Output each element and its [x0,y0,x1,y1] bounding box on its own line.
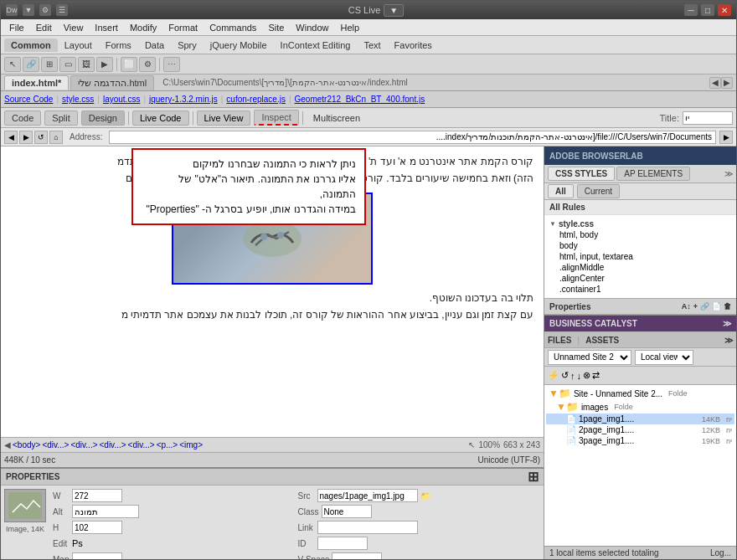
view-type-select[interactable]: Local view [635,350,693,365]
menu-file[interactable]: File [4,21,29,34]
split-view-button[interactable]: Split [44,110,77,126]
tag-img[interactable]: <img> [179,440,203,450]
tab-layout[interactable]: Layout [58,39,99,52]
menu-format[interactable]: Format [163,21,203,34]
tb-media-icon[interactable]: ▶ [96,57,113,72]
files-refresh-icon[interactable]: ↺ [561,370,569,381]
prop-w-input[interactable] [72,489,122,502]
doc-tab-demo[interactable]: ההדגמה שלי.html [70,75,154,90]
files-sync-icon[interactable]: ⇄ [592,370,600,381]
menu-view[interactable]: View [59,21,89,34]
prop-edit-icon[interactable]: Ps [72,538,83,548]
tab-common[interactable]: Common [4,39,58,52]
css-item-html-body[interactable]: html, body [558,229,733,240]
tb-form-icon[interactable]: ⬜ [121,57,137,72]
prop-map-input[interactable] [72,552,122,559]
tag-div3[interactable]: <div...> [100,440,126,450]
tab-all[interactable]: All [548,184,574,198]
code-view-button[interactable]: Code [4,110,41,126]
css-item-aligncenter[interactable]: .alignCenter [558,273,733,284]
prop-class-input[interactable] [322,505,372,518]
files-upload-icon[interactable]: ↑ [570,371,575,381]
font-link[interactable]: Geometr212_BkCn_BT_400.font.js [295,95,425,104]
prop-src-input[interactable] [317,489,418,502]
files-download-icon[interactable]: ↓ [577,371,582,381]
source-code-link[interactable]: Source Code [4,95,53,104]
tab-favorites[interactable]: Favorites [388,39,439,52]
prop-alt-input[interactable] [72,505,139,518]
css-item-alignmiddle[interactable]: .alignMiddle [558,262,733,273]
log-button[interactable]: Log... [710,548,731,557]
prop-link-input[interactable] [317,521,418,534]
css-add-icon[interactable]: + [693,302,698,311]
menu-modify[interactable]: Modify [125,21,162,34]
tag-div2[interactable]: <div...> [70,440,97,450]
prop-src-browse-icon[interactable]: 📁 [420,491,430,501]
file-item-1page[interactable]: 📄 1page_img1.... 14KB nי [546,414,734,424]
live-code-button[interactable]: Live Code [132,110,189,126]
addr-back-button[interactable]: ◀ [4,131,18,144]
tab-current[interactable]: Current [577,184,620,198]
inspect-button[interactable]: Inspect [254,110,298,126]
minimize-button[interactable]: ─ [684,4,698,16]
prop-h-input[interactable] [72,521,122,534]
menu-commands[interactable]: Commands [204,21,261,34]
tab-jquery-mobile[interactable]: jQuery Mobile [204,39,274,52]
files-connect-icon[interactable]: ⚡ [548,370,559,381]
design-view-button[interactable]: Design [81,110,125,126]
props-expand-icon[interactable]: ⊞ [528,469,539,485]
tab-text[interactable]: Text [357,39,387,52]
prop-vspace-input[interactable] [332,552,382,559]
address-go-icon[interactable]: ▶ [719,131,733,144]
doc-tabs-scroll-right-icon[interactable]: ▶ [721,77,733,89]
addr-refresh-button[interactable]: ↺ [34,131,48,144]
multiscreen-button[interactable]: Multiscreen [307,111,367,125]
style-css-link[interactable]: style.css [62,95,94,104]
css-attach-icon[interactable]: 🔗 [700,302,709,311]
menu-window[interactable]: Window [291,21,333,34]
css-trash-icon[interactable]: 🗑 [724,302,731,311]
file-item-2page[interactable]: 📄 2page_img1.... 12KB nי [546,424,734,435]
file-item-images-folder[interactable]: ▼📁 images Folde [546,400,734,414]
tab-spry[interactable]: Spry [171,39,204,52]
panel-expand-icon[interactable]: ≫ [724,169,733,178]
tab-css-styles[interactable]: CSS STYLES [548,167,615,181]
css-new-icon[interactable]: 📄 [712,302,721,311]
live-view-button[interactable]: Live View [197,110,251,126]
doc-tab-index[interactable]: index.html* [4,75,69,90]
tag-p[interactable]: <p...> [157,440,178,450]
tb-cursor-icon[interactable]: ↖ [4,57,21,72]
css-sort-icon[interactable]: A↕ [682,302,691,311]
file-item-root[interactable]: ▼📁 Site - Unnamed Site 2... Folde [546,387,734,400]
addr-forward-button[interactable]: ▶ [19,131,33,144]
title-input[interactable] [683,111,733,125]
doc-tabs-scroll-icon[interactable]: ◀ [709,77,721,89]
tb-table-icon[interactable]: ⊞ [41,57,58,72]
menu-insert[interactable]: Insert [90,21,123,34]
tb-div-icon[interactable]: ▭ [59,57,76,72]
tb-image-icon[interactable]: 🖼 [78,57,95,72]
close-button[interactable]: ✕ [718,4,731,16]
css-item-body[interactable]: body [558,240,733,251]
site-select[interactable]: Unnamed Site 2 [548,350,631,365]
tag-div1[interactable]: <div...> [42,440,69,450]
tag-div4[interactable]: <div...> [128,440,155,450]
tb-widget-icon[interactable]: ⚙ [139,57,156,72]
layout-css-link[interactable]: layout.css [103,95,140,104]
jquery-link[interactable]: jquery-1.3.2.min.js [149,95,218,104]
tag-bar-icon-1[interactable]: ↖ [468,440,475,450]
address-input[interactable] [109,131,716,144]
file-item-3page[interactable]: 📄 3page_img1.... 19KB nי [546,435,734,446]
maximize-button[interactable]: □ [701,4,714,16]
menu-help[interactable]: Help [335,21,364,34]
tab-forms[interactable]: Forms [99,39,138,52]
addr-home-button[interactable]: ⌂ [49,131,63,144]
css-tree-root[interactable]: ▼ style.css [548,218,733,229]
files-expand-icon[interactable]: ≫ [724,336,733,345]
css-item-container1[interactable]: .container1 [558,284,733,295]
tab-data[interactable]: Data [138,39,171,52]
cufon-link[interactable]: cufon-replace.js [226,95,286,104]
tb-more-icon[interactable]: ⋯ [163,57,180,72]
css-item-html-input[interactable]: html, input, textarea [558,251,733,262]
tag-body[interactable]: <body> [13,440,40,450]
